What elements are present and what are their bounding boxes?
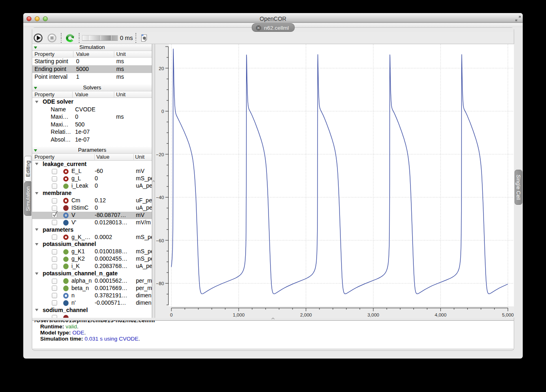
svg-text:−60: −60	[156, 238, 164, 243]
svg-text:5,000: 5,000	[502, 312, 514, 317]
svg-text:−40: −40	[156, 195, 164, 200]
svg-text:−80: −80	[156, 281, 164, 286]
svg-text:0: 0	[170, 312, 172, 317]
svg-text:20: 20	[159, 66, 164, 71]
svg-text:0: 0	[161, 109, 164, 114]
svg-text:3,000: 3,000	[367, 312, 379, 317]
svg-text:4,000: 4,000	[435, 312, 446, 317]
svg-text:−20: −20	[156, 152, 164, 157]
svg-text:2,000: 2,000	[300, 312, 312, 317]
svg-text:1,000: 1,000	[233, 312, 244, 317]
